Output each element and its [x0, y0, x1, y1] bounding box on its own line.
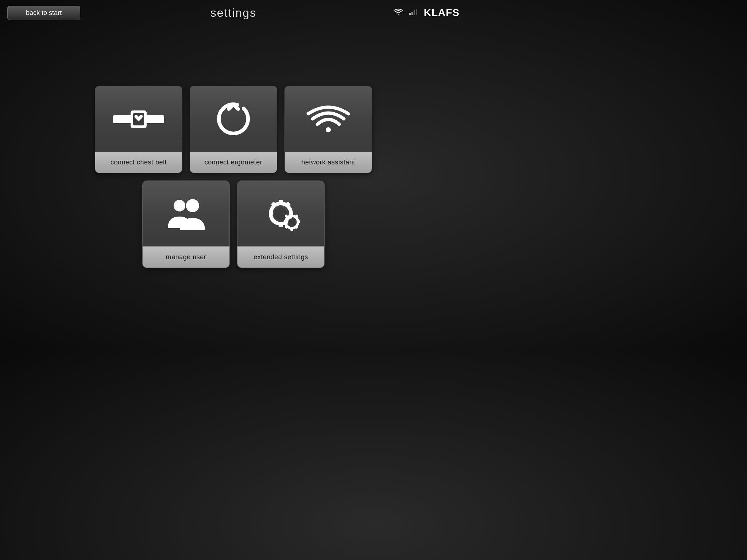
ergometer-icon-area	[190, 86, 277, 152]
network-label-area: network assistant	[285, 152, 372, 173]
svg-rect-23	[290, 228, 293, 231]
svg-rect-0	[409, 13, 411, 15]
page-title: settings	[210, 6, 256, 20]
tile-row-1: connect chest belt connect ergometer	[95, 86, 372, 173]
ergometer-label-area: connect ergometer	[190, 152, 277, 173]
network-wifi-icon	[306, 101, 350, 137]
tile-row-2: manage user	[142, 180, 325, 268]
network-assistant-tile[interactable]: network assistant	[285, 86, 372, 173]
gears-icon	[257, 194, 305, 234]
connect-ergometer-tile[interactable]: connect ergometer	[190, 86, 277, 173]
svg-point-7	[326, 127, 331, 132]
extended-settings-label: extended settings	[253, 253, 308, 261]
main-content: connect chest belt connect ergometer	[0, 26, 467, 350]
header-right: KLAFS	[393, 7, 460, 19]
svg-rect-12	[279, 200, 283, 204]
header: back to start settings KLAFS	[0, 0, 467, 26]
connect-chest-belt-tile[interactable]: connect chest belt	[95, 86, 182, 173]
svg-rect-2	[414, 10, 415, 15]
back-to-start-button[interactable]: back to start	[7, 6, 80, 20]
chest-belt-icon-area	[95, 86, 182, 152]
svg-rect-25	[297, 220, 300, 223]
svg-rect-1	[411, 12, 413, 15]
manage-user-tile[interactable]: manage user	[142, 180, 230, 268]
chest-belt-label-area: connect chest belt	[95, 152, 182, 173]
svg-rect-14	[269, 211, 273, 215]
svg-rect-22	[290, 213, 293, 216]
svg-rect-3	[416, 9, 417, 15]
signal-icon	[409, 9, 418, 17]
ergometer-label: connect ergometer	[205, 159, 263, 166]
users-icon	[160, 195, 212, 232]
svg-rect-13	[279, 223, 283, 227]
extended-settings-icon-area	[237, 181, 324, 246]
manage-user-label: manage user	[166, 253, 206, 261]
svg-point-9	[186, 199, 199, 212]
extended-settings-tile[interactable]: extended settings	[237, 180, 325, 268]
svg-point-8	[174, 200, 185, 211]
network-label: network assistant	[301, 159, 355, 166]
chest-belt-icon	[113, 102, 164, 135]
extended-settings-label-area: extended settings	[237, 246, 324, 268]
brand-logo: KLAFS	[424, 7, 460, 19]
network-icon-area	[285, 86, 372, 152]
ergometer-icon	[213, 99, 253, 139]
svg-point-20	[288, 218, 295, 226]
manage-user-label-area: manage user	[143, 246, 229, 268]
chest-belt-label: connect chest belt	[111, 159, 167, 166]
manage-user-icon-area	[143, 181, 229, 246]
svg-rect-24	[284, 220, 286, 223]
wifi-status-icon	[393, 8, 403, 18]
